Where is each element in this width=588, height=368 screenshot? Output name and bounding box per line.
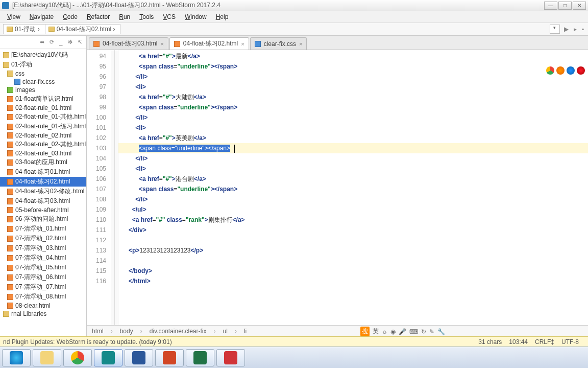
close-icon[interactable]: × (299, 41, 302, 47)
tree-item[interactable]: images (0, 86, 86, 94)
tool-icon[interactable]: ⟳ (50, 39, 54, 45)
nav-crumb[interactable]: 01-浮动 › (3, 24, 45, 34)
menu-vcs[interactable]: VCS (159, 12, 180, 21)
menu-run[interactable]: Run (115, 12, 134, 21)
tree-item[interactable]: 07-清浮动_02.html (0, 234, 86, 243)
tree-item[interactable]: 07-清浮动_06.html (0, 272, 86, 282)
tree-item[interactable]: 02-float-rule_01.html (0, 104, 86, 112)
fold-gutter[interactable] (111, 50, 118, 325)
tree-item[interactable]: rnal Libraries (0, 310, 86, 318)
code-line[interactable]: <span class="underline"></span> (118, 102, 588, 112)
code-line[interactable]: </div> (118, 225, 588, 235)
tree-item[interactable]: 02-float-rule_02-其他.html (0, 140, 86, 149)
code-line[interactable]: <span class="underline"></span> (118, 61, 588, 72)
taskbar-chrome[interactable] (63, 349, 92, 366)
ime-icon[interactable]: 搜 (360, 327, 370, 336)
minimize-button[interactable]: — (544, 2, 557, 10)
menu-view[interactable]: View (3, 12, 24, 21)
code-line[interactable]: <span class="underline"></span> (118, 143, 588, 153)
breadcrumb-item[interactable]: html (92, 328, 104, 335)
close-button[interactable]: ✕ (573, 2, 586, 10)
tree-item[interactable]: 06-浮动的问题.html (0, 214, 86, 224)
taskbar-excel[interactable] (186, 349, 214, 366)
project-tree[interactable]: [E:\share\day10\代码 01-浮动cssclear-fix.css… (0, 49, 86, 336)
tree-item[interactable]: 04-float-练习02.html (0, 177, 86, 187)
close-icon[interactable]: × (160, 41, 163, 47)
maximize-button[interactable]: □ (558, 2, 572, 10)
code-line[interactable]: <a href="#">港台剧</a> (118, 174, 588, 184)
code-line[interactable]: <li> (118, 123, 588, 133)
taskbar-webstorm[interactable] (94, 349, 122, 366)
tree-item[interactable]: 07-清浮动_05.html (0, 263, 86, 272)
tree-item[interactable]: 01-float简单认识.html (0, 94, 86, 104)
code-line[interactable] (118, 256, 588, 266)
taskbar-powerpoint[interactable] (155, 349, 184, 366)
taskbar-app[interactable] (216, 349, 245, 366)
code-line[interactable]: <a href="#">大陆剧</a> (118, 92, 588, 102)
tree-item[interactable]: 02-float-rule_01-练习.html (0, 122, 86, 131)
code-line[interactable] (118, 235, 588, 245)
tray-icon[interactable]: ↻ (421, 328, 426, 335)
breadcrumb-item[interactable]: li (244, 328, 247, 335)
code-line[interactable]: </body> (118, 266, 588, 276)
tray-icon[interactable]: 🎤 (399, 328, 406, 335)
code-editor[interactable]: 9495969798991001011021031041051061071081… (87, 50, 588, 325)
breadcrumb-item[interactable]: ul (223, 328, 228, 335)
settings-icon[interactable]: ✻ (68, 39, 72, 45)
tray-icon[interactable]: 🔧 (437, 328, 445, 335)
menu-window[interactable]: Window (181, 12, 211, 21)
opera-icon[interactable] (577, 66, 585, 75)
taskbar-ie[interactable] (2, 349, 31, 366)
tree-item[interactable]: 02-float-rule_03.html (0, 149, 86, 157)
tree-item[interactable]: 04-float-练习02-修改.html (0, 187, 86, 196)
tool-icon[interactable]: ⎯ (59, 39, 63, 45)
tree-item[interactable]: 04-float-练习01.html (0, 167, 86, 177)
code-line[interactable]: </li> (118, 194, 588, 204)
firefox-icon[interactable] (556, 66, 565, 75)
tray-icon[interactable]: ✎ (429, 328, 434, 335)
menu-refactor[interactable]: Refactor (83, 12, 114, 21)
tool-icon[interactable]: ⬌ (40, 39, 44, 45)
code-line[interactable]: <a href="#">最新</a> (118, 51, 588, 61)
stop-icon[interactable]: ▪ (581, 26, 585, 33)
code-line[interactable]: <p>123123123123123</p> (118, 245, 588, 256)
tree-item[interactable]: 07-清浮动_08.html (0, 292, 86, 302)
menu-navigate[interactable]: Navigate (26, 12, 58, 21)
code-line[interactable]: </li> (118, 112, 588, 123)
project-root[interactable]: [E:\share\day10\代码 (0, 50, 86, 60)
collapse-icon[interactable]: ↸ (78, 39, 82, 45)
menu-tools[interactable]: Tools (135, 12, 158, 21)
tray-icon[interactable]: ☼ (382, 328, 387, 335)
breadcrumb-item[interactable]: div.container.clear-fix (150, 328, 207, 335)
code-line[interactable]: <a href="#" class="rank">剧集排行</a> (118, 215, 588, 225)
code-line[interactable]: </html> (118, 276, 588, 286)
code-line[interactable]: </li> (118, 153, 588, 164)
tree-item[interactable]: 05-before-after.html (0, 206, 86, 214)
close-icon[interactable]: × (241, 41, 244, 47)
tree-item[interactable]: 08-clear.html (0, 302, 86, 310)
breadcrumb-item[interactable]: body (120, 328, 133, 335)
code-line[interactable]: <a href="#">英美剧</a> (118, 133, 588, 143)
code-line[interactable]: </li> (118, 72, 588, 82)
tree-item[interactable]: 07-清浮动_07.html (0, 282, 86, 292)
tree-item[interactable]: 02-float-rule_01-其他.html (0, 112, 86, 122)
tree-item[interactable]: 01-浮动 (0, 60, 86, 70)
code-line[interactable]: <span class="underline"></span> (118, 184, 588, 194)
debug-icon[interactable]: ▸ (573, 26, 578, 33)
taskbar-word[interactable] (125, 349, 153, 366)
nav-dropdown[interactable]: ▾ (550, 25, 560, 34)
editor-tab[interactable]: 04-float-练习03.html× (89, 37, 168, 50)
tray-icon[interactable]: ◉ (390, 328, 396, 335)
tree-item[interactable]: 03-float的应用.html (0, 157, 86, 167)
tree-item[interactable]: 07-清浮动_01.html (0, 224, 86, 234)
status-encoding[interactable]: UTF-8 (561, 338, 579, 346)
nav-crumb[interactable]: 04-float-练习02.html › (45, 24, 121, 34)
taskbar-explorer[interactable] (33, 349, 61, 366)
tree-item[interactable]: 04-float-练习03.html (0, 196, 86, 206)
code-line[interactable]: </ul> (118, 204, 588, 215)
tree-item[interactable]: clear-fix.css (0, 78, 86, 86)
code-line[interactable]: <li> (118, 164, 588, 174)
editor-tab[interactable]: clear-fix.css× (250, 37, 307, 50)
chrome-icon[interactable] (546, 66, 554, 75)
menu-code[interactable]: Code (59, 12, 82, 21)
